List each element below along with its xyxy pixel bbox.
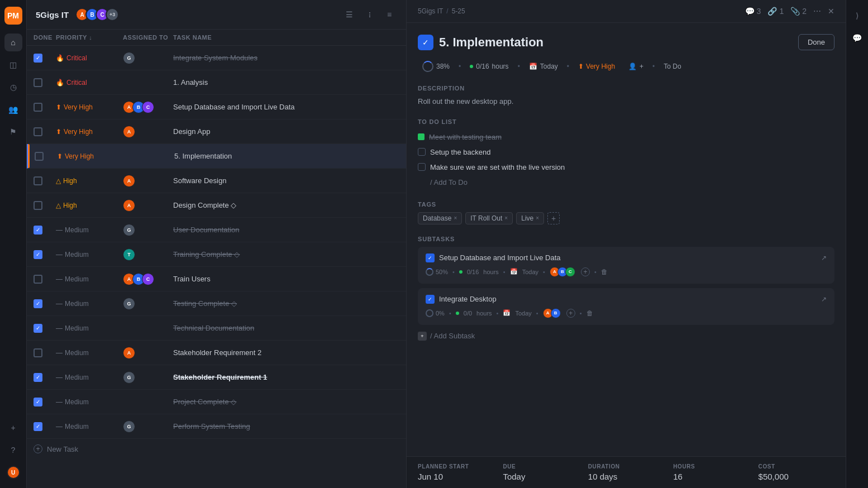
tag-chip[interactable]: Live × (516, 212, 544, 224)
subtask-title: Setup Database and Import Live Data (439, 253, 817, 262)
table-row[interactable]: — Medium G Stakeholder Requirement 1 (27, 365, 406, 390)
task-name: Design App (173, 127, 399, 136)
stat-hours: HOURS 16 (673, 463, 749, 481)
hours-chip[interactable]: 0/16 hours (465, 61, 513, 72)
progress-chip[interactable]: 38% (418, 59, 454, 74)
assign-chip[interactable]: 👤 + (624, 61, 648, 72)
add-task-row[interactable]: + New Task (27, 439, 406, 459)
task-checkbox[interactable] (34, 54, 42, 63)
task-checkbox[interactable] (34, 78, 42, 87)
tag-remove-btn[interactable]: × (454, 215, 457, 221)
subtask-delete-btn[interactable]: 🗑 (601, 268, 608, 276)
close-icon: ✕ (828, 7, 834, 16)
todo-item[interactable]: Make sure we are set with the live versi… (418, 160, 834, 175)
todo-item[interactable]: Meet with testing team (418, 130, 834, 145)
task-checkbox[interactable] (34, 299, 42, 308)
table-row[interactable]: — Medium T Training Complete ◇ (27, 242, 406, 267)
comment-button[interactable]: 💬 3 (745, 7, 761, 16)
subtask-add-assignee-btn[interactable]: + (581, 267, 590, 276)
todo-checkbox[interactable] (418, 148, 426, 156)
view-toggle-btn-1[interactable]: ☰ (341, 7, 357, 22)
col-task-name: TASK NAME (173, 34, 399, 41)
task-checkbox[interactable] (34, 176, 42, 185)
todo-status-chip[interactable]: To Do (659, 61, 685, 72)
table-row[interactable]: ⬆ Very High A B C Setup Database and Imp… (27, 95, 406, 119)
right-sidebar-comment-icon[interactable]: 💬 (848, 29, 866, 47)
task-checkbox[interactable] (34, 324, 42, 333)
task-checkbox[interactable] (34, 127, 42, 136)
table-row[interactable]: — Medium A B C Train Users (27, 267, 406, 291)
table-row[interactable]: 🔥 Critical 1. Analysis (27, 70, 406, 95)
add-tag-button[interactable]: + (547, 212, 560, 224)
sidebar-user-icon[interactable]: U (4, 463, 22, 481)
subtask-delete-btn[interactable]: 🗑 (586, 309, 593, 317)
tag-remove-btn[interactable]: × (504, 215, 508, 221)
tag-chip[interactable]: Database × (418, 212, 462, 224)
table-row[interactable]: ⬆ Very High A Design App (27, 119, 406, 144)
add-todo-row[interactable]: / Add To Do (418, 175, 834, 190)
sidebar-clock-icon[interactable]: ◷ (4, 78, 22, 96)
subtask-external-link-icon[interactable]: ↗ (821, 254, 827, 262)
sidebar-add-icon[interactable]: + (4, 419, 22, 437)
tag-remove-btn[interactable]: × (536, 215, 539, 221)
task-checkbox[interactable] (35, 152, 44, 161)
task-checkbox[interactable] (34, 250, 42, 259)
sidebar-help-icon[interactable]: ? (4, 441, 22, 459)
link-count: 1 (779, 7, 784, 16)
task-checkbox[interactable] (34, 398, 42, 406)
priority-icon: — (56, 423, 63, 430)
task-checkbox[interactable] (34, 103, 42, 112)
table-row[interactable]: — Medium G Perform System Testing (27, 414, 406, 439)
sidebar-flag-icon[interactable]: ⚑ (4, 123, 22, 141)
task-checkbox[interactable] (34, 275, 42, 284)
subtask-add-assignee-btn[interactable]: + (566, 309, 575, 318)
table-row[interactable]: — Medium G User Documentation (27, 218, 406, 242)
add-subtask-row[interactable]: + / Add Subtask (418, 329, 834, 343)
stat-cost-label: COST (759, 463, 834, 470)
sidebar-team-icon[interactable]: 👥 (4, 101, 22, 118)
priority-label: Medium (65, 226, 89, 234)
more-button[interactable]: ⋯ (813, 7, 821, 16)
date-chip[interactable]: 📅 Today (524, 61, 562, 72)
priority-chip[interactable]: ⬆ Very High (574, 61, 619, 72)
view-toggle-btn-3[interactable]: ≡ (381, 7, 397, 22)
table-row[interactable]: — Medium A Stakeholder Requirement 2 (27, 341, 406, 365)
subtask-avatars: A B C (550, 267, 575, 277)
table-row[interactable]: ⬆ Very High 5. Implementation (27, 144, 406, 169)
done-button[interactable]: Done (798, 34, 834, 50)
app-logo[interactable]: PM (4, 7, 22, 25)
close-button[interactable]: ✕ (828, 7, 834, 16)
table-row[interactable]: — Medium Technical Documentation (27, 316, 406, 341)
tag-chip[interactable]: IT Roll Out × (465, 212, 513, 224)
stat-due-value: Today (503, 472, 579, 481)
calendar-icon: 📅 (510, 268, 518, 275)
tag-label: Database (423, 214, 451, 222)
view-toggle-btn-2[interactable]: ⫶ (361, 7, 377, 22)
table-row[interactable]: △ High A Software Design (27, 169, 406, 193)
table-row[interactable]: — Medium Project Complete ◇ (27, 390, 406, 414)
task-meta-row: 38% • 0/16 hours • 📅 Today • ⬆ Very High… (418, 59, 834, 74)
table-row[interactable]: 🔥 Critical G Integrate System Modules (27, 46, 406, 70)
table-row[interactable]: △ High A Design Complete ◇ (27, 193, 406, 218)
meta-sep-4: • (652, 63, 655, 70)
attachment-button[interactable]: 📎 2 (790, 7, 807, 16)
avatar-more: +3 (106, 8, 119, 21)
task-checkbox[interactable] (34, 348, 42, 357)
task-checkbox[interactable] (34, 373, 42, 382)
add-subtask-icon: + (418, 332, 427, 341)
sidebar-inbox-icon[interactable]: ◫ (4, 56, 22, 74)
subtask-external-link-icon[interactable]: ↗ (821, 295, 827, 303)
col-priority[interactable]: PRIORITY ↓ (56, 34, 123, 41)
task-checkbox[interactable] (34, 201, 42, 210)
table-row[interactable]: — Medium G Testing Complete ◇ (27, 291, 406, 316)
sidebar-home-icon[interactable]: ⌂ (4, 34, 22, 51)
task-checkbox[interactable] (34, 422, 42, 431)
todo-item[interactable]: Setup the backend (418, 145, 834, 160)
todo-checkbox[interactable] (418, 163, 426, 171)
right-sidebar-panel-icon[interactable]: ⟩ (848, 7, 866, 25)
link-button[interactable]: 🔗 1 (767, 7, 784, 16)
task-name: 1. Analysis (173, 78, 399, 87)
avatar: A (123, 175, 135, 187)
task-checkbox[interactable] (34, 226, 42, 235)
stat-cost-value: $50,000 (759, 472, 834, 481)
